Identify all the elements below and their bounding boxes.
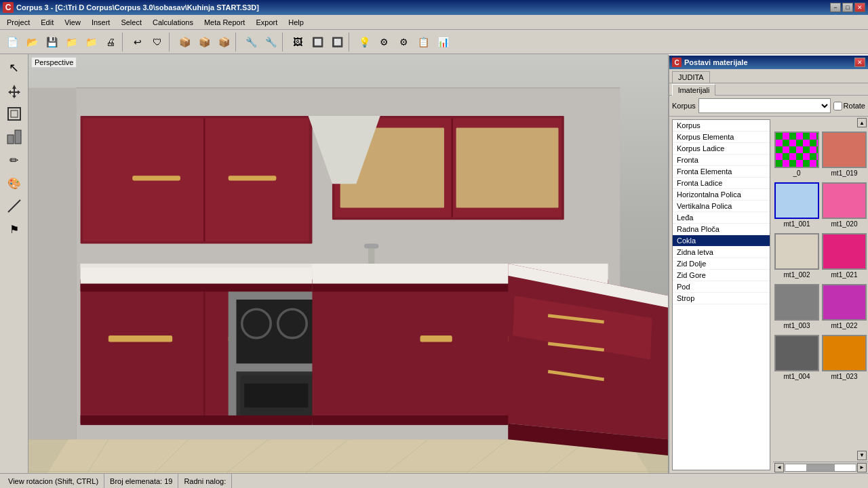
- rotate-checkbox[interactable]: [833, 102, 842, 110]
- light-btn[interactable]: 💡: [355, 33, 374, 52]
- img-btn[interactable]: 🖼: [288, 33, 307, 52]
- dialog-body: Korpus Korpus Elementa Korpus Ladice Fro…: [669, 117, 868, 473]
- rotate-checkbox-area[interactable]: Rotate: [833, 102, 865, 110]
- swatch-001[interactable]: [774, 182, 819, 219]
- swatch-021[interactable]: [822, 233, 867, 270]
- box2-btn[interactable]: 📦: [195, 33, 214, 52]
- calc-btn[interactable]: 📋: [414, 33, 433, 52]
- list-item-radna-ploca[interactable]: Radna Ploča: [673, 224, 770, 235]
- rect1-btn[interactable]: 🔲: [308, 33, 327, 52]
- view-tool[interactable]: [3, 126, 25, 148]
- maximize-btn[interactable]: □: [842, 3, 853, 12]
- rotate-label: Rotate: [844, 102, 865, 110]
- new-btn[interactable]: 📄: [3, 33, 22, 52]
- measure-tool[interactable]: [3, 195, 25, 217]
- material-row-2: mt1_001 mt1_020 mt1_039: [774, 182, 867, 228]
- tab-materijali[interactable]: lmaterijali: [672, 84, 715, 96]
- tool1-btn[interactable]: 🔧: [241, 33, 260, 52]
- undo-btn[interactable]: ↩: [128, 33, 147, 52]
- material-list[interactable]: Korpus Korpus Elementa Korpus Ladice Fro…: [672, 119, 770, 470]
- swatch-0[interactable]: [774, 131, 819, 168]
- material-cell-019[interactable]: mt1_019: [822, 131, 867, 177]
- list-item-korpus-ladice[interactable]: Korpus Ladice: [673, 143, 770, 155]
- swatch-020[interactable]: [822, 182, 867, 219]
- flag-tool[interactable]: ⚑: [3, 218, 25, 240]
- list-item-fronta-elementa[interactable]: Fronta Elementa: [673, 166, 770, 178]
- label-004: mt1_004: [784, 373, 810, 380]
- rect2-btn[interactable]: 🔲: [328, 33, 347, 52]
- box3-btn[interactable]: 📦: [214, 33, 233, 52]
- menu-item-help[interactable]: Help: [283, 17, 309, 28]
- material-cell-0[interactable]: _0: [774, 131, 819, 177]
- scroll-up-btn[interactable]: ▲: [857, 118, 867, 127]
- list-item-korpus[interactable]: Korpus: [673, 120, 770, 131]
- report-btn[interactable]: 📊: [433, 33, 452, 52]
- tool2-btn[interactable]: 🔧: [261, 33, 280, 52]
- menu-item-select[interactable]: Select: [115, 17, 147, 28]
- menu-item-meta report[interactable]: Meta Report: [199, 17, 251, 28]
- swatch-002[interactable]: [774, 233, 819, 270]
- gear2-btn[interactable]: ⚙: [394, 33, 413, 52]
- swatch-019[interactable]: [822, 131, 867, 168]
- pen-tool[interactable]: ✏: [3, 149, 25, 171]
- select-tool[interactable]: ↖: [3, 57, 25, 79]
- status-element-count: Broj elemenata: 19: [104, 474, 178, 488]
- menu-item-edit[interactable]: Edit: [35, 17, 59, 28]
- tab-judita[interactable]: JUDITA: [672, 71, 710, 83]
- material-cell-004[interactable]: mt1_004: [774, 335, 819, 380]
- shield-btn[interactable]: 🛡: [148, 33, 167, 52]
- list-item-ledja[interactable]: Leđa: [673, 212, 770, 224]
- sep5: [349, 33, 353, 52]
- saveas-btn[interactable]: 📁: [62, 33, 81, 52]
- menu-item-calculations[interactable]: Calculations: [147, 17, 199, 28]
- material-cell-021[interactable]: mt1_021: [822, 233, 867, 279]
- save-btn[interactable]: 💾: [42, 33, 61, 52]
- material-cell-020[interactable]: mt1_020: [822, 182, 867, 228]
- list-item-fronta[interactable]: Fronta: [673, 155, 770, 166]
- menu-item-export[interactable]: Export: [250, 17, 283, 28]
- menu-item-project[interactable]: Project: [1, 17, 35, 28]
- minimize-btn[interactable]: −: [830, 3, 841, 12]
- list-item-zidna-letva[interactable]: Zidna letva: [673, 247, 770, 258]
- menu-item-view[interactable]: View: [59, 17, 86, 28]
- list-item-horizontalna-polica[interactable]: Horizontalna Polica: [673, 189, 770, 201]
- list-item-vertikalna-polica[interactable]: Vertikalna Polica: [673, 201, 770, 212]
- swatch-023[interactable]: [822, 335, 867, 371]
- box1-btn[interactable]: 📦: [175, 33, 194, 52]
- list-item-zid-gore[interactable]: Zid Gore: [673, 270, 770, 281]
- material-cell-003[interactable]: mt1_003: [774, 284, 819, 329]
- paint-tool[interactable]: 🎨: [3, 172, 25, 194]
- gear1-btn[interactable]: ⚙: [374, 33, 393, 52]
- export-btn[interactable]: 📁: [81, 33, 100, 52]
- open-btn[interactable]: 📂: [22, 33, 41, 52]
- list-item-strop[interactable]: Strop: [673, 293, 770, 304]
- scroll-left-btn[interactable]: ◄: [774, 463, 784, 472]
- list-item-zid-dolje[interactable]: Zid Dolje: [673, 258, 770, 270]
- svg-line-6: [8, 208, 12, 212]
- swatch-004[interactable]: [774, 335, 819, 371]
- list-item-korpus-elementa[interactable]: Korpus Elementa: [673, 131, 770, 143]
- material-dropdown[interactable]: [698, 98, 831, 113]
- material-cell-023[interactable]: mt1_023: [822, 335, 867, 380]
- list-item-fronta-ladice[interactable]: Fronta Ladice: [673, 178, 770, 189]
- close-btn[interactable]: ✕: [854, 3, 865, 12]
- scroll-right-btn[interactable]: ►: [857, 463, 867, 472]
- viewport[interactable]: Perspective: [28, 54, 668, 473]
- view-rotation-text: View rotacion (Shift, CTRL): [8, 477, 98, 485]
- material-grid-scroll[interactable]: _0 mt1_019 mt1_038: [773, 129, 868, 449]
- print-btn[interactable]: 🖨: [101, 33, 120, 52]
- material-cell-002[interactable]: mt1_002: [774, 233, 819, 279]
- element-count-text: Broj elemenata: 19: [110, 477, 172, 485]
- list-item-cokla[interactable]: Cokla: [673, 235, 770, 247]
- swatch-022[interactable]: [822, 284, 867, 321]
- material-cell-022[interactable]: mt1_022: [822, 284, 867, 329]
- move-tool[interactable]: [3, 80, 25, 102]
- status-view-text: View rotacion (Shift, CTRL): [3, 474, 104, 488]
- box-tool[interactable]: [3, 103, 25, 125]
- dialog-close-btn[interactable]: ✕: [854, 58, 865, 67]
- scroll-down-btn[interactable]: ▼: [857, 451, 867, 460]
- swatch-003[interactable]: [774, 284, 819, 321]
- menu-item-insert[interactable]: Insert: [86, 17, 116, 28]
- list-item-pod[interactable]: Pod: [673, 281, 770, 293]
- material-cell-001[interactable]: mt1_001: [774, 182, 819, 228]
